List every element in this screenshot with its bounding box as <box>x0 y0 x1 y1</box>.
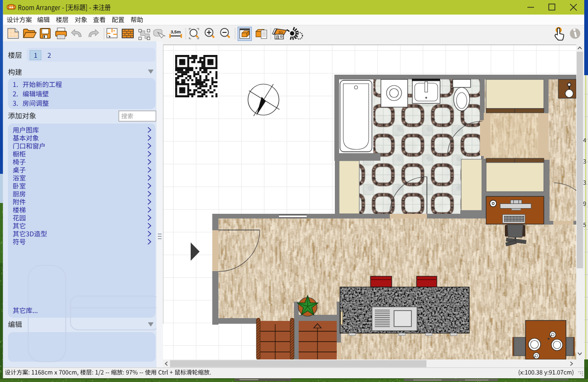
svg-text:3,5m: 3,5m <box>170 29 181 34</box>
svg-text:3D: 3D <box>278 30 284 35</box>
